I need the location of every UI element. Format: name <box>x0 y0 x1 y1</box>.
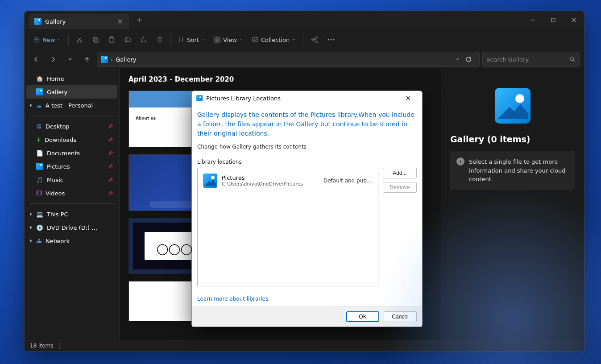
sidebar-item-desktop[interactable]: 🖥Desktop📌 <box>26 120 117 133</box>
documents-icon: 📄 <box>36 150 43 157</box>
chevron-down-icon <box>240 38 243 41</box>
titlebar: Gallery <box>25 11 584 29</box>
details-title: Gallery (0 items) <box>450 134 531 144</box>
collection-button[interactable]: Collection <box>249 33 299 47</box>
close-button[interactable] <box>564 11 584 29</box>
svg-rect-8 <box>125 38 130 41</box>
svg-rect-13 <box>253 37 258 42</box>
search-placeholder: Search Gallery <box>486 56 567 63</box>
gallery-icon <box>101 56 108 63</box>
svg-rect-4 <box>93 37 97 41</box>
search-input[interactable]: Search Gallery <box>482 52 580 67</box>
pin-icon: 📌 <box>108 151 113 156</box>
sidebar-item-downloads[interactable]: ⬇Downloads📌 <box>26 133 117 146</box>
delete-button[interactable] <box>153 33 167 47</box>
chevron-down-icon <box>202 38 205 41</box>
chevron-down-icon[interactable] <box>455 57 460 62</box>
content-heading: April 2023 - December 2020 <box>128 75 432 83</box>
view-button[interactable]: View <box>211 33 247 47</box>
chevron-down-icon <box>58 38 61 41</box>
send-button[interactable] <box>307 33 322 47</box>
dialog-subtext: Change how Gallery gathers its contents <box>197 144 417 150</box>
pictures-icon <box>36 163 43 170</box>
svg-rect-11 <box>215 40 217 42</box>
paste-button[interactable] <box>104 33 119 47</box>
details-pane: Gallery (0 items) i Select a single file… <box>441 68 584 340</box>
pin-icon: 📌 <box>108 137 113 142</box>
gallery-large-icon <box>495 88 531 124</box>
copy-button[interactable] <box>88 33 103 47</box>
remove-button[interactable]: Remove <box>383 182 417 193</box>
network-icon: 🖧 <box>36 238 42 244</box>
breadcrumb-root[interactable]: Gallery <box>116 56 136 63</box>
sidebar-item-network[interactable]: 🖧Network <box>26 234 117 248</box>
learn-more-link[interactable]: Learn more about libraries <box>197 296 417 302</box>
add-button[interactable]: Add... <box>383 168 417 178</box>
recent-dropdown[interactable] <box>63 52 77 66</box>
ok-button[interactable]: OK <box>346 311 379 322</box>
tab-close-button[interactable] <box>116 18 124 25</box>
new-tab-button[interactable] <box>133 13 146 27</box>
refresh-button[interactable] <box>461 52 476 66</box>
location-path: C:\Users\divya\OneDrive\Pictures <box>222 181 319 187</box>
sidebar-item-personal[interactable]: ☁A test - Personal <box>26 99 117 112</box>
status-count: 18 items <box>30 343 53 349</box>
tab-gallery[interactable]: Gallery <box>29 14 129 29</box>
location-name: Pictures <box>222 174 319 181</box>
up-button[interactable] <box>80 52 94 66</box>
library-locations-list[interactable]: Pictures C:\Users\divya\OneDrive\Picture… <box>197 168 378 286</box>
videos-icon: 🎞 <box>36 190 42 197</box>
address-bar[interactable]: › Gallery <box>97 52 480 67</box>
forward-button[interactable] <box>46 52 60 66</box>
sort-button[interactable]: Sort <box>174 33 209 47</box>
downloads-icon: ⬇ <box>36 136 41 143</box>
svg-rect-0 <box>551 18 555 22</box>
search-icon <box>569 56 576 62</box>
location-item[interactable]: Pictures C:\Users\divya\OneDrive\Picture… <box>200 171 375 190</box>
gallery-icon <box>36 88 43 95</box>
svg-point-17 <box>333 39 335 41</box>
sidebar-item-videos[interactable]: 🎞Videos📌 <box>26 186 117 200</box>
sidebar-item-documents[interactable]: 📄Documents📌 <box>26 146 117 160</box>
svg-point-15 <box>328 39 329 41</box>
svg-rect-10 <box>218 37 220 39</box>
dialog-title: Pictures Library Locations <box>206 95 281 102</box>
cancel-button[interactable]: Cancel <box>384 311 417 322</box>
more-button[interactable] <box>324 33 338 47</box>
sidebar-item-dvd[interactable]: 💿DVD Drive (D:) CCC <box>26 221 117 234</box>
new-button[interactable]: New <box>30 33 65 47</box>
dialog-intro: Gallery displays the contents of the Pic… <box>197 110 417 138</box>
sidebar-item-pictures[interactable]: Pictures📌 <box>26 160 117 173</box>
sidebar-item-home[interactable]: 🏠Home <box>26 72 117 85</box>
sidebar-item-music[interactable]: 🎵Music📌 <box>26 173 117 186</box>
dialog-close-button[interactable] <box>399 92 418 104</box>
svg-point-16 <box>331 39 332 41</box>
chevron-down-icon <box>292 38 296 41</box>
pin-icon: 📌 <box>108 178 113 182</box>
svg-rect-5 <box>95 39 98 42</box>
desktop-icon: 🖥 <box>36 123 42 130</box>
gallery-icon <box>196 95 203 101</box>
info-icon: i <box>456 157 464 165</box>
tab-title: Gallery <box>45 18 66 25</box>
music-icon: 🎵 <box>36 177 43 183</box>
location-default: Default and public s... <box>323 178 373 184</box>
rename-button[interactable] <box>120 33 135 47</box>
pin-icon: 📌 <box>108 164 113 169</box>
sidebar-item-gallery[interactable]: Gallery <box>26 85 117 99</box>
details-hint-card: i Select a single file to get more infor… <box>450 151 575 190</box>
back-button[interactable] <box>29 52 43 66</box>
minimize-button[interactable] <box>522 11 543 29</box>
dialog-titlebar: Pictures Library Locations <box>192 91 422 106</box>
pin-icon: 📌 <box>108 191 113 196</box>
cut-button[interactable] <box>72 33 87 47</box>
pictures-icon <box>203 174 217 188</box>
maximize-button[interactable] <box>543 11 564 29</box>
sidebar: 🏠Home Gallery ☁A test - Personal 🖥Deskto… <box>25 68 120 340</box>
share-button[interactable] <box>137 33 151 47</box>
status-bar: 18 items <box>25 340 584 351</box>
pc-icon: 💻 <box>36 211 43 218</box>
home-icon: 🏠 <box>36 75 43 82</box>
disk-icon: 💿 <box>36 224 43 231</box>
sidebar-item-thispc[interactable]: 💻This PC <box>26 207 117 221</box>
